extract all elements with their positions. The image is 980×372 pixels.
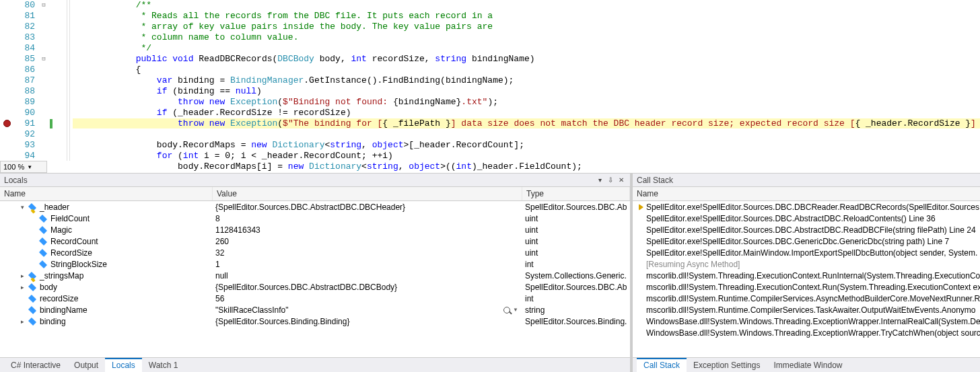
pin-icon[interactable]: ⇩ <box>606 176 615 185</box>
local-variable-row[interactable]: ▸binding{SpellEditor.Sources.Binding.Bin… <box>0 315 630 327</box>
local-variable-row[interactable]: Magic1128416343uint <box>0 224 630 235</box>
variable-value[interactable]: {SpellEditor.Sources.Binding.Binding} <box>215 317 349 326</box>
frame-text: SpellEditor.exe!SpellEditor.Sources.DBC.… <box>646 225 976 235</box>
code-line[interactable]: /** <box>73 0 980 11</box>
variable-value[interactable]: 56 <box>215 294 224 303</box>
local-variable-row[interactable]: RecordCount260uint <box>0 235 630 247</box>
code-line[interactable] <box>73 129 980 140</box>
code-line[interactable]: * array of key value pairs inside the bo… <box>73 22 980 32</box>
frame-text: mscorlib.dll!System.Threading.ExecutionC… <box>646 283 980 292</box>
frame-text: mscorlib.dll!System.Threading.ExecutionC… <box>646 271 980 281</box>
variable-value[interactable]: 32 <box>215 248 224 258</box>
tab-c-interactive[interactable]: C# Interactive <box>4 358 67 372</box>
line-number: 82 <box>13 22 39 32</box>
code-line[interactable]: */ <box>73 43 980 54</box>
variable-name: Magic <box>50 225 72 235</box>
window-position-icon[interactable]: ▾ <box>595 176 604 185</box>
callstack-frame[interactable]: SpellEditor.exe!SpellEditor.Sources.DBC.… <box>633 201 980 213</box>
variable-value[interactable]: 260 <box>215 237 229 246</box>
code-line[interactable]: * Reads all the records from the DBC fil… <box>73 11 980 22</box>
variable-value[interactable]: 8 <box>215 214 220 223</box>
line-number: 83 <box>13 32 39 43</box>
expand-toggle[interactable]: ▸ <box>19 318 26 325</box>
col-type[interactable]: Type <box>522 187 630 200</box>
code-line[interactable]: if (binding == null) <box>73 86 980 97</box>
frame-text: WindowsBase.dll!System.Windows.Threading… <box>646 317 980 326</box>
fold-toggle[interactable]: ⊟ <box>39 54 48 65</box>
execution-marker <box>50 119 53 128</box>
local-variable-row[interactable]: FieldCount8uint <box>0 213 630 224</box>
callstack-frame[interactable]: WindowsBase.dll!System.Windows.Threading… <box>633 327 980 338</box>
local-variable-row[interactable]: RecordSize32uint <box>0 247 630 258</box>
variable-value[interactable]: 1 <box>215 260 220 269</box>
tab-exception-settings[interactable]: Exception Settings <box>687 358 767 372</box>
expand-toggle[interactable]: ▸ <box>19 283 26 291</box>
code-line[interactable]: body.RecordMaps[i] = new Dictionary<stri… <box>73 161 980 172</box>
callstack-frame[interactable]: SpellEditor.exe!SpellEditor.Sources.DBC.… <box>633 213 980 224</box>
callstack-title: Call Stack <box>637 176 980 185</box>
close-icon[interactable]: ✕ <box>617 176 626 185</box>
callstack-frame[interactable]: SpellEditor.exe!SpellEditor.Sources.DBC.… <box>633 224 980 235</box>
variable-icon <box>38 214 48 223</box>
code-line[interactable]: body.RecordMaps = new Dictionary<string,… <box>73 140 980 151</box>
local-variable-row[interactable]: ▾_header{SpellEditor.Sources.DBC.Abstrac… <box>0 201 630 213</box>
col-name[interactable]: Name <box>633 187 980 200</box>
expand-toggle[interactable]: ▸ <box>19 272 26 279</box>
callstack-body[interactable]: SpellEditor.exe!SpellEditor.Sources.DBC.… <box>633 201 980 357</box>
local-variable-row[interactable]: recordSize56int <box>0 293 630 304</box>
callstack-tabs: Call StackException SettingsImmediate Wi… <box>633 357 980 372</box>
breakpoint-icon[interactable] <box>3 120 11 127</box>
callstack-frame[interactable]: SpellEditor.exe!SpellEditor.Sources.DBC.… <box>633 235 980 247</box>
callstack-frame[interactable]: mscorlib.dll!System.Runtime.CompilerServ… <box>633 293 980 304</box>
zoom-dropdown[interactable]: 100 % ▼ <box>0 161 47 173</box>
code-line[interactable]: * column name to column value. <box>73 32 980 43</box>
col-name[interactable]: Name <box>0 187 213 200</box>
callstack-frame[interactable]: [Resuming Async Method] <box>633 258 980 270</box>
variable-type: uint <box>522 248 630 258</box>
callstack-frame[interactable]: mscorlib.dll!System.Threading.ExecutionC… <box>633 270 980 281</box>
variable-icon <box>38 225 48 235</box>
local-variable-row[interactable]: StringBlockSize1int <box>0 258 630 270</box>
variable-value[interactable]: null <box>215 271 228 281</box>
code-line[interactable]: for (int i = 0; i < _header.RecordCount;… <box>73 151 980 161</box>
callstack-columns: Name <box>633 187 980 201</box>
variable-name: _stringsMap <box>40 271 83 281</box>
local-variable-row[interactable]: ▸_stringsMapnullSystem.Collections.Gener… <box>0 270 630 281</box>
code-editor[interactable]: 80⊟8182838485⊟86878889909192939495 /** *… <box>0 0 980 174</box>
current-frame-icon <box>635 204 646 211</box>
tab-locals[interactable]: Locals <box>105 358 142 372</box>
chevron-down-icon[interactable]: ▼ <box>513 307 518 313</box>
variable-value[interactable]: 1128416343 <box>215 225 260 235</box>
code-line[interactable]: if (_header.RecordSize != recordSize) <box>73 108 980 118</box>
text-visualizer-icon[interactable] <box>503 307 510 313</box>
line-number: 85 <box>13 54 39 65</box>
tab-output[interactable]: Output <box>67 358 105 372</box>
breakpoint-margin[interactable] <box>0 118 13 129</box>
code-line[interactable]: throw new Exception($"The binding for [{… <box>73 118 980 129</box>
zoom-value: 100 % <box>3 163 24 171</box>
tab-immediate-window[interactable]: Immediate Window <box>767 358 849 372</box>
variable-value[interactable]: {SpellEditor.Sources.DBC.AbstractDBC.DBC… <box>215 202 405 212</box>
callstack-frame[interactable]: SpellEditor.exe!SpellEditor.MainWindow.I… <box>633 247 980 258</box>
locals-body[interactable]: ▾_header{SpellEditor.Sources.DBC.Abstrac… <box>0 201 630 357</box>
variable-name: recordSize <box>40 294 78 303</box>
local-variable-row[interactable]: bindingName"SkillRaceClassInfo"▼string <box>0 304 630 315</box>
callstack-frame[interactable]: WindowsBase.dll!System.Windows.Threading… <box>633 315 980 327</box>
callstack-frame[interactable]: mscorlib.dll!System.Threading.ExecutionC… <box>633 281 980 293</box>
editor-code[interactable]: /** * Reads all the records from the DBC… <box>73 0 980 172</box>
code-line[interactable]: throw new Exception($"Binding not found:… <box>73 97 980 108</box>
variable-value[interactable]: {SpellEditor.Sources.DBC.AbstractDBC.DBC… <box>215 283 397 292</box>
frame-text: WindowsBase.dll!System.Windows.Threading… <box>646 328 980 338</box>
variable-value[interactable]: "SkillRaceClassInfo" <box>215 305 289 315</box>
code-line[interactable]: public void ReadDBCRecords(DBCBody body,… <box>73 54 980 65</box>
fold-toggle[interactable]: ⊟ <box>39 0 48 11</box>
expand-toggle[interactable]: ▾ <box>19 203 26 211</box>
local-variable-row[interactable]: ▸body{SpellEditor.Sources.DBC.AbstractDB… <box>0 281 630 293</box>
tab-watch-1[interactable]: Watch 1 <box>142 358 185 372</box>
callstack-frame[interactable]: mscorlib.dll!System.Runtime.CompilerServ… <box>633 304 980 315</box>
col-value[interactable]: Value <box>213 187 522 200</box>
line-number: 87 <box>13 75 39 86</box>
tab-call-stack[interactable]: Call Stack <box>637 358 687 372</box>
code-line[interactable]: { <box>73 65 980 75</box>
code-line[interactable]: var binding = BindingManager.GetInstance… <box>73 75 980 86</box>
